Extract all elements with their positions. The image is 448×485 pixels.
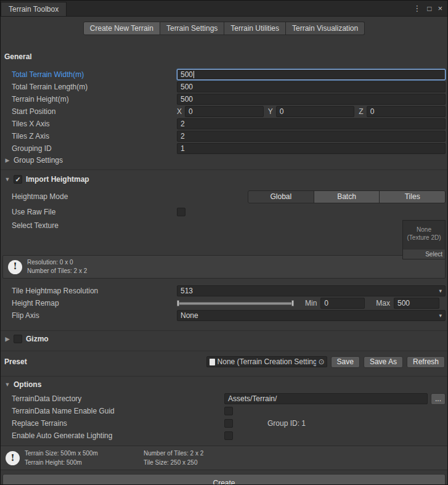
summary-terrain-size: Terrain Size: 500m x 500m [25, 449, 139, 458]
flip-axis-label: Flip Axis [12, 311, 177, 320]
height-remap-min-value: 0 [324, 299, 328, 308]
start-position-y-input[interactable]: 0 [276, 106, 355, 117]
tiles-x-axis-label: Tiles X Axis [12, 120, 177, 128]
texture-type-label: (Texture 2D) [407, 234, 441, 242]
texture-select-button[interactable]: Select [403, 250, 445, 259]
row-terraindata-guid: TerrainData Name Enable Guid [1, 405, 447, 417]
tab-terrain-utilities[interactable]: Terrain Utilities [224, 22, 286, 35]
start-position-z-input[interactable]: 0 [367, 106, 446, 117]
total-terrain-width-label: Total Terrain Width(m) [12, 70, 177, 79]
total-terrain-width-input[interactable]: 500 [177, 69, 446, 80]
height-remap-slider[interactable] [177, 299, 294, 308]
tiles-x-axis-input[interactable]: 2 [177, 118, 446, 129]
save-button[interactable]: Save [331, 356, 360, 368]
gizmo-checkbox[interactable] [14, 335, 22, 343]
enable-auto-generate-lighting-checkbox[interactable] [224, 431, 233, 440]
row-height-remap: Height Remap Min 0 Max 500 [1, 297, 447, 309]
window-title-tab[interactable]: Terrain Toolbox [1, 2, 67, 16]
start-position-x-input[interactable]: 0 [185, 106, 264, 117]
mode-button-batch[interactable]: Batch [314, 191, 380, 203]
preset-label: Preset [4, 357, 27, 366]
flip-axis-value: None [181, 311, 198, 320]
titlebar-controls: ⋮ □ × [413, 1, 447, 16]
total-terrain-length-value: 500 [181, 83, 193, 91]
terraindata-name-enable-guid-label: TerrainData Name Enable Guid [12, 407, 224, 415]
row-tiles-z-axis: Tiles Z Axis 2 [1, 130, 447, 142]
replace-terrains-label: Replace Terrains [12, 419, 224, 428]
min-label: Min [305, 299, 317, 308]
browse-directory-button[interactable]: ... [431, 393, 446, 405]
options-header: ▼ Options [1, 379, 447, 390]
texture-object-picker[interactable]: None (Texture 2D) Select [402, 220, 446, 259]
z-axis-label: Z [359, 107, 363, 116]
tile-heightmap-resolution-dropdown[interactable]: 513 ▾ [177, 285, 446, 296]
start-position-y-group: Y 0 [268, 106, 355, 117]
close-icon[interactable]: × [438, 4, 442, 12]
terraindata-name-enable-guid-checkbox[interactable] [224, 407, 233, 415]
preset-object-field[interactable]: None (Terrain Creation Settings ⊙ [206, 356, 327, 367]
foldout-closed-icon[interactable]: ▶ [4, 336, 10, 342]
tab-terrain-settings[interactable]: Terrain Settings [160, 22, 224, 35]
height-remap-min-input[interactable]: 0 [320, 298, 365, 309]
summary-terrain-height: Terrain Height: 500m [25, 458, 139, 467]
terrain-toolbox-window: Terrain Toolbox ⋮ □ × Create New Terrain… [0, 0, 448, 485]
grouping-id-input[interactable]: 1 [177, 143, 446, 154]
enable-auto-generate-lighting-label: Enable Auto Generate Lighting [12, 431, 224, 440]
row-auto-generate-lighting: Enable Auto Generate Lighting [1, 430, 447, 442]
chevron-down-icon: ▾ [439, 288, 442, 294]
replace-terrains-checkbox[interactable] [224, 419, 233, 428]
info-icon: ! [6, 451, 20, 465]
group-settings-foldout[interactable]: ▶ Group Settings [1, 155, 447, 166]
height-remap-max-input[interactable]: 500 [394, 298, 439, 309]
tab-create-new-terrain[interactable]: Create New Terrain [83, 22, 160, 35]
group-id-text: Group ID: 1 [267, 419, 306, 428]
heightmap-mode-label: Heightmap Mode [12, 192, 177, 201]
tiles-z-axis-input[interactable]: 2 [177, 131, 446, 142]
preset-controls: None (Terrain Creation Settings ⊙ Save S… [206, 356, 445, 368]
divider [1, 351, 447, 351]
mode-button-tiles[interactable]: Tiles [379, 191, 445, 203]
save-as-button[interactable]: Save As [364, 356, 403, 368]
terrain-height-input[interactable]: 500 [177, 94, 446, 105]
start-position-label: Start Position [12, 107, 177, 116]
use-raw-file-label: Use Raw File [12, 208, 177, 216]
foldout-open-icon[interactable]: ▼ [4, 381, 10, 388]
flip-axis-dropdown[interactable]: None ▾ [177, 310, 446, 321]
window-menu-icon[interactable]: ⋮ [413, 4, 421, 12]
slider-max-handle[interactable] [291, 300, 294, 306]
gizmo-label: Gizmo [26, 335, 49, 343]
row-total-terrain-length: Total Terrain Length(m) 500 [1, 81, 447, 93]
group-settings-label: Group Settings [14, 156, 63, 165]
grouping-id-label: Grouping ID [12, 144, 177, 153]
create-button[interactable]: Create [2, 474, 446, 484]
maximize-icon[interactable]: □ [427, 5, 431, 12]
info-icon: ! [8, 260, 22, 274]
foldout-closed-icon: ▶ [4, 157, 10, 163]
heightmap-info-text: Resolution: 0 x 0 Number of Tiles: 2 x 2 [27, 258, 87, 276]
foldout-open-icon[interactable]: ▼ [4, 176, 10, 182]
row-start-position: Start Position X 0 Y 0 Z 0 [1, 105, 447, 118]
height-remap-max-value: 500 [397, 299, 410, 308]
start-position-x-group: X 0 [177, 106, 264, 117]
total-terrain-length-label: Total Terrain Length(m) [12, 83, 177, 91]
tab-terrain-visualization[interactable]: Terrain Visualization [286, 22, 365, 35]
window-title: Terrain Toolbox [9, 5, 59, 14]
use-raw-file-checkbox[interactable] [177, 208, 185, 216]
preset-row: Preset None (Terrain Creation Settings ⊙… [1, 355, 447, 369]
terraindata-directory-input[interactable]: Assets/Terrain/ [224, 393, 428, 404]
start-position-z-value: 0 [370, 107, 375, 116]
refresh-button[interactable]: Refresh [407, 356, 445, 368]
total-terrain-width-value: 500 [181, 70, 193, 79]
row-terraindata-directory: TerrainData Directory Assets/Terrain/ ..… [1, 393, 447, 405]
gizmo-header: ▶ Gizmo [1, 333, 447, 344]
total-terrain-length-input[interactable]: 500 [177, 81, 446, 92]
start-position-y-value: 0 [280, 107, 284, 116]
divider [1, 169, 447, 170]
general-header: General [1, 51, 447, 62]
terraindata-directory-value: Assets/Terrain/ [228, 394, 277, 403]
slider-min-handle[interactable] [177, 300, 179, 306]
import-heightmap-checkbox[interactable]: ✓ [14, 175, 22, 184]
terrain-height-value: 500 [181, 95, 193, 104]
mode-button-global[interactable]: Global [248, 191, 314, 203]
object-picker-icon[interactable]: ⊙ [319, 357, 325, 366]
